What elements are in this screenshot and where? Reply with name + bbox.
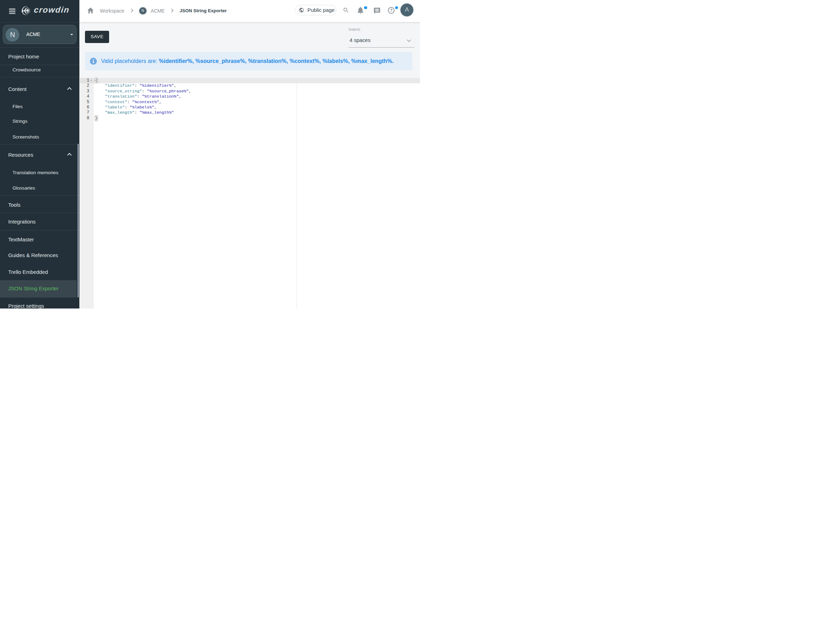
svg-text:?: ? [390,8,392,13]
